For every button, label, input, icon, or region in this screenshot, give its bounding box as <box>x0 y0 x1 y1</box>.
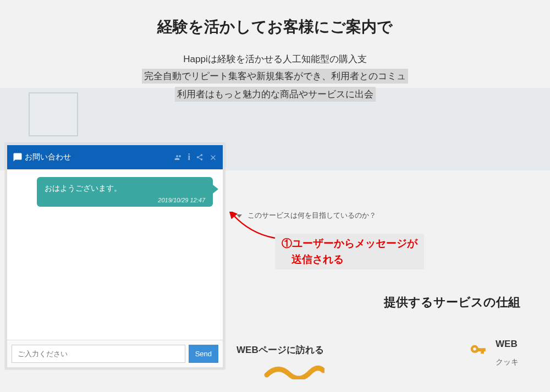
chat-input-row: Send <box>7 340 223 367</box>
service-title: WEB <box>496 339 550 350</box>
service-item: WEB クッキ <box>469 339 550 367</box>
close-icon[interactable] <box>209 153 217 162</box>
faq-item[interactable]: このサービスは何を目指しているのか？ <box>237 211 376 220</box>
chevron-down-icon <box>237 214 242 218</box>
section-title: 提供するサービスの仕組 <box>384 294 520 311</box>
share-icon[interactable] <box>196 153 204 161</box>
hero-section: 経験を活かしてお客様にご案内で Happiは経験を活かせる人工知能型の購入支 完… <box>0 16 550 102</box>
hero-sub1: Happiは経験を活かせる人工知能型の購入支 <box>0 53 550 65</box>
send-button[interactable]: Send <box>189 345 218 363</box>
key-icon <box>469 342 488 361</box>
hero-title: 経験を活かしてお客様にご案内で <box>0 16 550 37</box>
chat-header: お問い合わせ i <box>7 145 223 169</box>
info-icon[interactable]: i <box>188 152 190 162</box>
chat-body: おはようございます。 2019/10/29 12:47 <box>7 169 223 340</box>
service-description: クッキ <box>496 357 550 367</box>
hero-sub2: 完全自動でリピート集客や新規集客ができ、利用者とのコミュ <box>142 69 408 84</box>
service-item: WEBページに訪れる <box>237 344 324 382</box>
chat-widget: お問い合わせ i おはようございます。 2019/10/29 12:47 Sen… <box>5 143 225 369</box>
chat-icon <box>13 152 23 162</box>
chat-message-outgoing: おはようございます。 2019/10/29 12:47 <box>37 177 213 207</box>
faq-question: このサービスは何を目指しているのか？ <box>248 211 376 219</box>
annotation-text: ①ユーザーからメッセージが 送信される <box>275 234 424 269</box>
service-title: WEBページに訪れる <box>237 344 324 356</box>
chat-title: お問い合わせ <box>25 152 71 162</box>
member-icon[interactable] <box>174 153 183 162</box>
message-timestamp: 2019/10/29 12:47 <box>45 197 205 203</box>
swirl-icon <box>264 363 324 379</box>
message-text: おはようございます。 <box>45 184 205 194</box>
chat-input[interactable] <box>12 345 185 363</box>
hero-sub3: 利用者はもっと魅力的な商品やサービスに出会 <box>175 87 376 102</box>
